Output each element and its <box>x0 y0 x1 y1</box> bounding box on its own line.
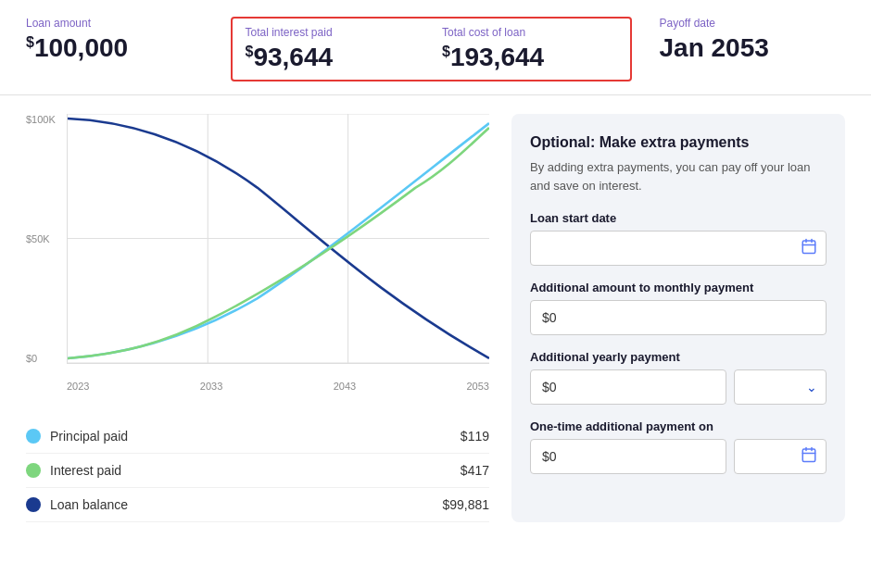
principal-label: Principal paid <box>50 429 128 444</box>
principal-paid-line <box>68 123 489 358</box>
principal-dot <box>26 429 41 444</box>
interest-value: $417 <box>461 463 489 478</box>
y-label-50k: $50K <box>26 233 56 244</box>
additional-yearly-input[interactable] <box>530 369 726 405</box>
panel-description: By adding extra payments, you can pay of… <box>530 158 827 194</box>
payoff-date-value: Jan 2053 <box>660 33 846 63</box>
main-content: $100K $50K $0 <box>0 95 871 541</box>
legend: Principal paid $119 Interest paid $417 L… <box>26 419 489 522</box>
metrics-bar: Loan amount $100,000 Total interest paid… <box>0 0 871 95</box>
additional-monthly-group: Additional amount to monthly payment <box>530 281 827 335</box>
one-time-payment-label: One-time additional payment on <box>530 419 827 433</box>
legend-balance: Loan balance $99,881 <box>26 488 489 522</box>
additional-yearly-label: Additional yearly payment <box>530 350 827 364</box>
x-label-2043: 2043 <box>334 381 356 392</box>
additional-monthly-label: Additional amount to monthly payment <box>530 281 827 294</box>
one-time-payment-group: One-time additional payment on <box>530 419 827 474</box>
total-interest-block: Total interest paid $93,644 <box>246 26 421 72</box>
loan-start-date-group: Loan start date <box>530 211 827 266</box>
chart-container <box>67 114 489 364</box>
total-interest-value: $93,644 <box>246 43 421 72</box>
x-label-2023: 2023 <box>67 381 89 392</box>
balance-dot <box>26 497 41 512</box>
loan-start-date-wrapper <box>530 231 827 266</box>
additional-yearly-select[interactable]: January February <box>734 369 827 405</box>
chart-y-labels: $100K $50K $0 <box>26 114 56 364</box>
loan-amount-label: Loan amount <box>26 17 212 30</box>
balance-label: Loan balance <box>50 497 128 512</box>
one-time-payment-input[interactable] <box>530 439 726 474</box>
one-time-date-wrapper <box>734 439 827 474</box>
loan-amount-block: Loan amount $100,000 <box>26 17 231 63</box>
one-time-payment-row <box>530 439 827 474</box>
total-cost-label: Total cost of loan <box>442 26 617 39</box>
total-cost-value: $193,644 <box>442 43 617 72</box>
chart-area: $100K $50K $0 <box>26 114 489 392</box>
panel-title: Optional: Make extra payments <box>530 134 827 151</box>
loan-start-date-label: Loan start date <box>530 211 827 225</box>
highlighted-metrics: Total interest paid $93,644 Total cost o… <box>231 17 632 81</box>
x-label-2053: 2053 <box>466 381 488 392</box>
total-cost-block: Total cost of loan $193,644 <box>442 26 617 72</box>
loan-start-date-input[interactable] <box>530 231 827 266</box>
loan-amount-value: $100,000 <box>26 33 212 63</box>
principal-value: $119 <box>461 429 489 444</box>
loan-amount-dollar: $ <box>26 34 34 50</box>
additional-yearly-select-wrapper: January February ⌄ <box>734 369 827 405</box>
extra-payments-panel: Optional: Make extra payments By adding … <box>511 114 845 522</box>
additional-yearly-row: January February ⌄ <box>530 369 827 405</box>
one-time-date-input[interactable] <box>734 439 827 474</box>
additional-monthly-input[interactable] <box>530 300 827 335</box>
payoff-date-block: Payoff date Jan 2053 <box>641 17 846 63</box>
total-interest-label: Total interest paid <box>246 26 421 39</box>
y-label-0: $0 <box>26 353 56 364</box>
legend-interest: Interest paid $417 <box>26 454 489 488</box>
y-label-100k: $100K <box>26 114 56 125</box>
interest-dot <box>26 463 41 478</box>
payoff-date-label: Payoff date <box>660 17 846 30</box>
chart-svg <box>68 114 489 363</box>
chart-x-labels: 2023 2033 2043 2053 <box>67 375 489 392</box>
left-panel: $100K $50K $0 <box>26 114 489 522</box>
additional-yearly-group: Additional yearly payment January Februa… <box>530 350 827 405</box>
interest-paid-line <box>68 128 489 358</box>
x-label-2033: 2033 <box>200 381 222 392</box>
legend-principal: Principal paid $119 <box>26 419 489 454</box>
interest-label: Interest paid <box>50 463 121 478</box>
balance-value: $99,881 <box>442 497 489 512</box>
